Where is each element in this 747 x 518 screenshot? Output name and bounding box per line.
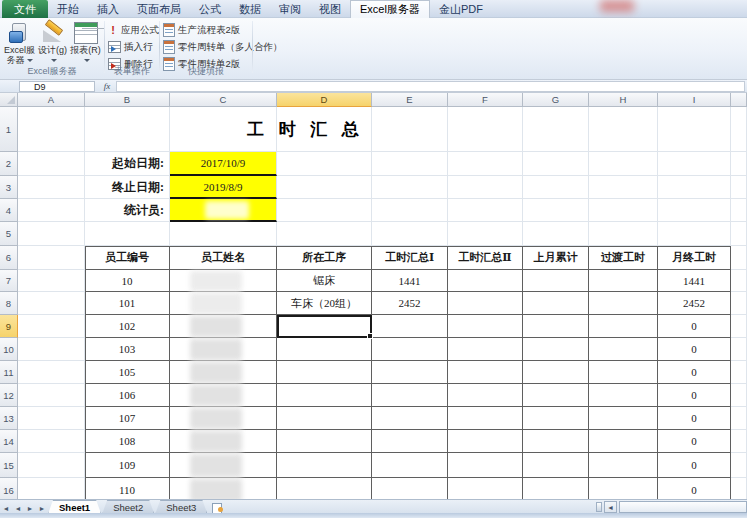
cell-G3[interactable] bbox=[523, 176, 589, 199]
cell-D14[interactable] bbox=[277, 430, 372, 453]
cell-D15[interactable] bbox=[277, 453, 372, 478]
cell-E8[interactable]: 2452 bbox=[372, 292, 448, 315]
cell-B4[interactable]: 统计员: bbox=[85, 199, 170, 222]
cell-H13[interactable] bbox=[589, 407, 658, 430]
cell-B9[interactable]: 102 bbox=[85, 315, 170, 338]
cell-F11[interactable] bbox=[448, 361, 523, 384]
column-header-E[interactable]: E bbox=[372, 93, 448, 107]
cell-A15[interactable] bbox=[18, 453, 85, 478]
cell-G4[interactable] bbox=[523, 199, 589, 222]
cell-I15[interactable]: 0 bbox=[658, 453, 731, 478]
row-header-4[interactable]: 4 bbox=[0, 199, 18, 222]
cell-C8[interactable] bbox=[170, 292, 277, 315]
sheet-tab-sheet3[interactable]: Sheet3 bbox=[155, 500, 207, 514]
cell-F1[interactable] bbox=[448, 107, 523, 152]
cell-G12[interactable] bbox=[523, 384, 589, 407]
cell-I5[interactable] bbox=[658, 222, 731, 246]
row-header-15[interactable]: 15 bbox=[0, 453, 18, 478]
hscroll-thumb[interactable] bbox=[619, 501, 747, 513]
cell-E4[interactable] bbox=[372, 199, 448, 222]
cell-G8[interactable] bbox=[523, 292, 589, 315]
cell-A2[interactable] bbox=[18, 152, 85, 176]
cell-C3[interactable]: 2019/8/9 bbox=[170, 176, 277, 199]
cell-H14[interactable] bbox=[589, 430, 658, 453]
cell-H7[interactable] bbox=[589, 270, 658, 292]
cell-H15[interactable] bbox=[589, 453, 658, 478]
cell-I1[interactable] bbox=[658, 107, 731, 152]
row-header-12[interactable]: 12 bbox=[0, 384, 18, 407]
cell-G7[interactable] bbox=[523, 270, 589, 292]
cell-H11[interactable] bbox=[589, 361, 658, 384]
cell-E2[interactable] bbox=[372, 152, 448, 176]
cell-A6[interactable] bbox=[18, 246, 85, 270]
cell-D10[interactable] bbox=[277, 338, 372, 361]
cell-J13[interactable] bbox=[731, 407, 747, 430]
tab-view[interactable]: 视图 bbox=[310, 0, 350, 18]
formula-input[interactable] bbox=[116, 81, 745, 92]
insert-function-button[interactable]: fx bbox=[99, 81, 115, 92]
cell-J1[interactable] bbox=[731, 107, 747, 152]
row-header-5[interactable]: 5 bbox=[0, 222, 18, 246]
cell-I13[interactable]: 0 bbox=[658, 407, 731, 430]
row-header-6[interactable]: 6 bbox=[0, 246, 18, 270]
column-header-partial[interactable] bbox=[731, 93, 747, 107]
cell-J9[interactable] bbox=[731, 315, 747, 338]
cell-I9[interactable]: 0 bbox=[658, 315, 731, 338]
cell-A5[interactable] bbox=[18, 222, 85, 246]
cell-C13[interactable] bbox=[170, 407, 277, 430]
hscroll-left-arrow-icon[interactable]: ◄ bbox=[604, 501, 617, 513]
cell-F3[interactable] bbox=[448, 176, 523, 199]
row-header-3[interactable]: 3 bbox=[0, 176, 18, 199]
cell-E12[interactable] bbox=[372, 384, 448, 407]
tab-file[interactable]: 文件 bbox=[2, 0, 48, 18]
cell-I4[interactable] bbox=[658, 199, 731, 222]
cell-G6[interactable]: 上月累计 bbox=[523, 246, 589, 270]
cell-J5[interactable] bbox=[731, 222, 747, 246]
cell-E10[interactable] bbox=[372, 338, 448, 361]
apply-formula-button[interactable]: !应用公式 bbox=[108, 22, 159, 37]
cell-E5[interactable] bbox=[372, 222, 448, 246]
name-box[interactable]: D9 bbox=[19, 81, 95, 92]
cell-J15[interactable] bbox=[731, 453, 747, 478]
cell-I8[interactable]: 2452 bbox=[658, 292, 731, 315]
cell-E13[interactable] bbox=[372, 407, 448, 430]
cell-I7[interactable]: 1441 bbox=[658, 270, 731, 292]
cell-A12[interactable] bbox=[18, 384, 85, 407]
cell-A9[interactable] bbox=[18, 315, 85, 338]
cell-J6[interactable] bbox=[731, 246, 747, 270]
cell-H5[interactable] bbox=[589, 222, 658, 246]
cell-I2[interactable] bbox=[658, 152, 731, 176]
cell-D4[interactable] bbox=[277, 199, 372, 222]
cell-D5[interactable] bbox=[277, 222, 372, 246]
part-transfer-multi-button[interactable]: 零件周转单（多人合作） bbox=[163, 39, 283, 54]
cell-G15[interactable] bbox=[523, 453, 589, 478]
row-header-13[interactable]: 13 bbox=[0, 407, 18, 430]
cell-I6[interactable]: 月终工时 bbox=[658, 246, 731, 270]
cell-B7[interactable]: 10 bbox=[85, 270, 170, 292]
tab-splitter-handle[interactable] bbox=[596, 502, 602, 512]
tab-review[interactable]: 审阅 bbox=[270, 0, 310, 18]
select-all-corner[interactable] bbox=[0, 93, 18, 107]
row-header-14[interactable]: 14 bbox=[0, 430, 18, 453]
cell-A14[interactable] bbox=[18, 430, 85, 453]
cell-H12[interactable] bbox=[589, 384, 658, 407]
cell-H10[interactable] bbox=[589, 338, 658, 361]
cell-H2[interactable] bbox=[589, 152, 658, 176]
cell-E11[interactable] bbox=[372, 361, 448, 384]
row-header-7[interactable]: 7 bbox=[0, 270, 18, 292]
cell-G14[interactable] bbox=[523, 430, 589, 453]
cell-B13[interactable]: 107 bbox=[85, 407, 170, 430]
cell-F6[interactable]: 工时汇总Ⅱ bbox=[448, 246, 523, 270]
cell-I14[interactable]: 0 bbox=[658, 430, 731, 453]
cell-J11[interactable] bbox=[731, 361, 747, 384]
sheet-tab-sheet2[interactable]: Sheet2 bbox=[102, 500, 154, 514]
cell-F7[interactable] bbox=[448, 270, 523, 292]
tab-insert[interactable]: 插入 bbox=[88, 0, 128, 18]
cell-E3[interactable] bbox=[372, 176, 448, 199]
cell-J8[interactable] bbox=[731, 292, 747, 315]
cell-F13[interactable] bbox=[448, 407, 523, 430]
cell-B15[interactable]: 109 bbox=[85, 453, 170, 478]
cell-D6[interactable]: 所在工序 bbox=[277, 246, 372, 270]
column-header-G[interactable]: G bbox=[523, 93, 589, 107]
cell-J10[interactable] bbox=[731, 338, 747, 361]
